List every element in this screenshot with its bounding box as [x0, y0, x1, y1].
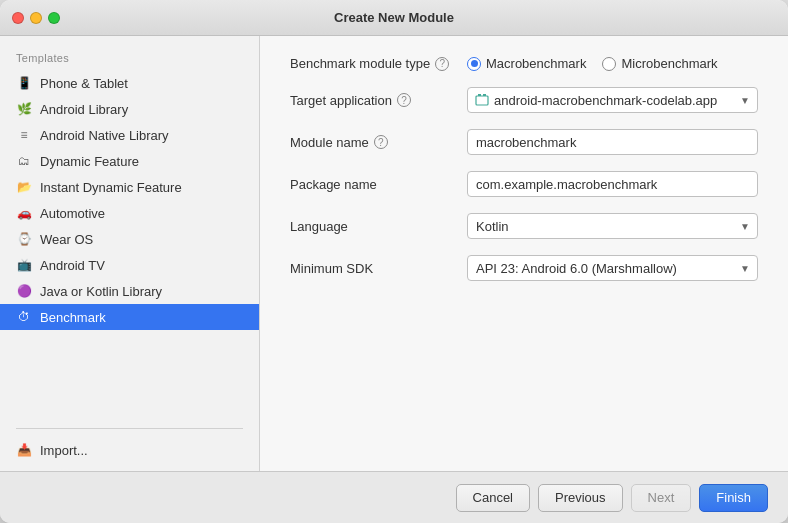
dialog-body: Templates 📱 Phone & Tablet 🌿 Android Lib… — [0, 36, 788, 471]
sidebar-item-dynamic-feature[interactable]: 🗂 Dynamic Feature — [0, 148, 259, 174]
sidebar-item-android-native-library[interactable]: ≡ Android Native Library — [0, 122, 259, 148]
sidebar-item-label: Instant Dynamic Feature — [40, 180, 182, 195]
sidebar-section-label: Templates — [0, 44, 259, 70]
language-select-wrapper: Kotlin Java ▼ — [467, 213, 758, 239]
benchmark-module-type-label: Benchmark module type ? — [290, 56, 455, 71]
sidebar-item-instant-dynamic-feature[interactable]: 📂 Instant Dynamic Feature — [0, 174, 259, 200]
sidebar-item-label: Automotive — [40, 206, 105, 221]
wear-os-icon: ⌚ — [16, 231, 32, 247]
microbenchmark-radio-circle[interactable] — [602, 57, 616, 71]
java-kotlin-library-icon: 🟣 — [16, 283, 32, 299]
instant-dynamic-feature-icon: 📂 — [16, 179, 32, 195]
package-name-input[interactable] — [467, 171, 758, 197]
android-native-library-icon: ≡ — [16, 127, 32, 143]
module-name-help-icon[interactable]: ? — [374, 135, 388, 149]
sidebar-item-label: Phone & Tablet — [40, 76, 128, 91]
title-bar: Create New Module — [0, 0, 788, 36]
main-content: Benchmark module type ? Macrobenchmark M… — [260, 36, 788, 471]
sidebar-item-label: Import... — [40, 443, 88, 458]
phone-tablet-icon: 📱 — [16, 75, 32, 91]
sidebar-item-label: Benchmark — [40, 310, 106, 325]
dialog: Create New Module Templates 📱 Phone & Ta… — [0, 0, 788, 523]
sidebar-item-label: Wear OS — [40, 232, 93, 247]
sidebar-item-wear-os[interactable]: ⌚ Wear OS — [0, 226, 259, 252]
target-application-label: Target application ? — [290, 93, 455, 108]
microbenchmark-radio-label: Microbenchmark — [621, 56, 717, 71]
language-label: Language — [290, 219, 455, 234]
minimize-button[interactable] — [30, 12, 42, 24]
dynamic-feature-icon: 🗂 — [16, 153, 32, 169]
microbenchmark-radio-option[interactable]: Microbenchmark — [602, 56, 717, 71]
close-button[interactable] — [12, 12, 24, 24]
target-application-row: Target application ? android-macrobenchm… — [290, 87, 758, 113]
package-name-row: Package name — [290, 171, 758, 197]
minimum-sdk-select-wrapper: API 23: Android 6.0 (Marshmallow) API 24… — [467, 255, 758, 281]
sidebar: Templates 📱 Phone & Tablet 🌿 Android Lib… — [0, 36, 260, 471]
module-name-label: Module name ? — [290, 135, 455, 150]
dialog-title: Create New Module — [334, 10, 454, 25]
previous-button[interactable]: Previous — [538, 484, 623, 512]
benchmark-module-type-radio-group: Macrobenchmark Microbenchmark — [467, 56, 718, 71]
target-application-select[interactable]: android-macrobenchmark-codelab.app — [467, 87, 758, 113]
sidebar-item-label: Android TV — [40, 258, 105, 273]
macrobenchmark-radio-label: Macrobenchmark — [486, 56, 586, 71]
sidebar-item-label: Java or Kotlin Library — [40, 284, 162, 299]
maximize-button[interactable] — [48, 12, 60, 24]
sidebar-item-automotive[interactable]: 🚗 Automotive — [0, 200, 259, 226]
finish-button[interactable]: Finish — [699, 484, 768, 512]
module-name-row: Module name ? — [290, 129, 758, 155]
language-select[interactable]: Kotlin Java — [467, 213, 758, 239]
cancel-button[interactable]: Cancel — [456, 484, 530, 512]
sidebar-item-phone-tablet[interactable]: 📱 Phone & Tablet — [0, 70, 259, 96]
import-icon: 📥 — [16, 442, 32, 458]
sidebar-item-label: Android Native Library — [40, 128, 169, 143]
dialog-footer: Cancel Previous Next Finish — [0, 471, 788, 523]
minimum-sdk-row: Minimum SDK API 23: Android 6.0 (Marshma… — [290, 255, 758, 281]
minimum-sdk-label: Minimum SDK — [290, 261, 455, 276]
macrobenchmark-radio-option[interactable]: Macrobenchmark — [467, 56, 586, 71]
module-name-input[interactable] — [467, 129, 758, 155]
next-button[interactable]: Next — [631, 484, 692, 512]
benchmark-module-type-help-icon[interactable]: ? — [435, 57, 449, 71]
minimum-sdk-select[interactable]: API 23: Android 6.0 (Marshmallow) API 24… — [467, 255, 758, 281]
sidebar-item-import[interactable]: 📥 Import... — [0, 437, 259, 463]
automotive-icon: 🚗 — [16, 205, 32, 221]
sidebar-item-label: Dynamic Feature — [40, 154, 139, 169]
sidebar-item-label: Android Library — [40, 102, 128, 117]
sidebar-item-android-tv[interactable]: 📺 Android TV — [0, 252, 259, 278]
sidebar-bottom: 📥 Import... — [0, 420, 259, 471]
sidebar-divider — [16, 428, 243, 429]
sidebar-item-java-kotlin-library[interactable]: 🟣 Java or Kotlin Library — [0, 278, 259, 304]
android-library-icon: 🌿 — [16, 101, 32, 117]
target-application-select-wrapper: android-macrobenchmark-codelab.app ▼ — [467, 87, 758, 113]
language-row: Language Kotlin Java ▼ — [290, 213, 758, 239]
android-tv-icon: 📺 — [16, 257, 32, 273]
sidebar-item-android-library[interactable]: 🌿 Android Library — [0, 96, 259, 122]
title-bar-buttons — [12, 12, 60, 24]
sidebar-item-benchmark[interactable]: ⏱ Benchmark — [0, 304, 259, 330]
target-application-help-icon[interactable]: ? — [397, 93, 411, 107]
benchmark-icon: ⏱ — [16, 309, 32, 325]
benchmark-module-type-row: Benchmark module type ? Macrobenchmark M… — [290, 56, 758, 71]
package-name-label: Package name — [290, 177, 455, 192]
macrobenchmark-radio-circle[interactable] — [467, 57, 481, 71]
